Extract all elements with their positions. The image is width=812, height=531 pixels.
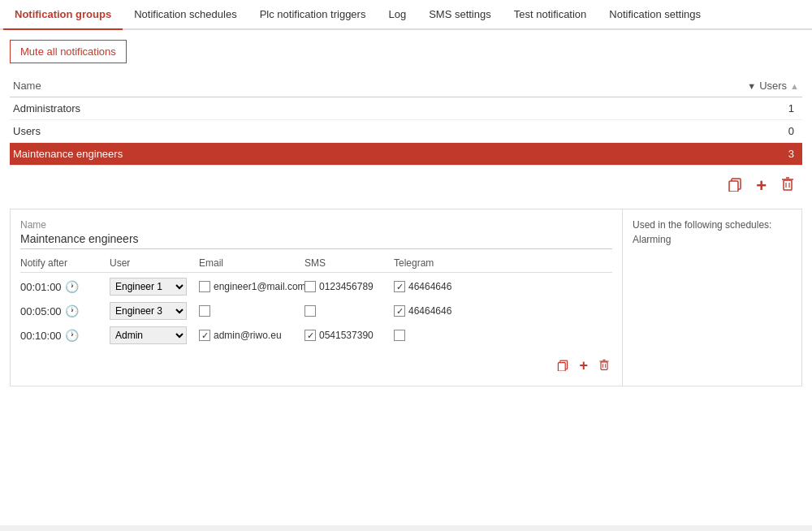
user-dropdown-1[interactable]: Engineer 1 xyxy=(110,278,187,296)
tabs-bar: Notification groups Notification schedul… xyxy=(0,0,812,30)
add-member-button[interactable]: + xyxy=(577,356,590,376)
col-header-users: ▼ Users ▲ xyxy=(747,80,799,92)
email-checkbox-3[interactable] xyxy=(199,330,210,341)
clock-icon-1[interactable]: 🕐 xyxy=(65,280,79,293)
main-content: Mute all notifications Name ▼ Users ▲ Ad… xyxy=(0,30,812,525)
svg-rect-2 xyxy=(784,180,792,190)
row-users-users: 0 xyxy=(750,125,799,137)
table-row[interactable]: Users 0 xyxy=(10,120,802,143)
row-name-administrators: Administrators xyxy=(13,102,750,114)
col-email-header: Email xyxy=(199,257,304,269)
email-cell-2 xyxy=(199,305,304,317)
tab-notification-groups[interactable]: Notification groups xyxy=(3,0,123,30)
telegram-value-2: 46464646 xyxy=(408,305,451,317)
row-name-users: Users xyxy=(13,125,750,137)
sms-cell-1: 0123456789 xyxy=(304,281,394,292)
sms-checkbox-2[interactable] xyxy=(304,305,316,317)
svg-rect-9 xyxy=(601,362,607,370)
clock-icon-3[interactable]: 🕐 xyxy=(65,329,79,342)
svg-rect-1 xyxy=(729,181,738,192)
notify-time-1: 00:01:00 🕐 xyxy=(20,280,110,293)
user-select-3: Admin xyxy=(110,326,199,344)
telegram-checkbox-2[interactable] xyxy=(394,305,405,317)
svg-rect-8 xyxy=(559,363,566,371)
members-action-bar: + xyxy=(20,351,612,376)
tab-log[interactable]: Log xyxy=(377,0,417,30)
user-dropdown-2[interactable]: Engineer 3 xyxy=(110,302,187,320)
table-row-selected[interactable]: Maintenance engineers 3 xyxy=(10,143,802,166)
name-field-label: Name xyxy=(20,219,612,231)
notify-time-2: 00:05:00 🕐 xyxy=(20,304,110,317)
user-dropdown-3[interactable]: Admin xyxy=(110,326,187,344)
telegram-cell-1: 46464646 xyxy=(394,281,483,292)
copy-group-button[interactable] xyxy=(723,172,746,199)
user-select-1: Engineer 1 xyxy=(110,278,199,296)
detail-right-panel: Used in the following schedules: Alarmin… xyxy=(623,209,801,386)
member-row: 00:10:00 🕐 Admin admin@riwo.eu 054153739… xyxy=(20,326,612,344)
member-row: 00:05:00 🕐 Engineer 3 xyxy=(20,302,612,320)
clock-icon-2[interactable]: 🕐 xyxy=(65,304,79,317)
add-group-button[interactable]: + xyxy=(753,172,770,199)
col-users-label: Users xyxy=(759,80,787,92)
email-cell-3: admin@riwo.eu xyxy=(199,330,304,341)
email-cell-1: engineer1@mail.com xyxy=(199,281,304,292)
email-checkbox-2[interactable] xyxy=(199,305,210,317)
top-action-bar: + xyxy=(10,166,802,205)
name-field-value[interactable]: Maintenance engineers xyxy=(20,232,612,249)
col-sms-header: SMS xyxy=(304,257,394,269)
table-row[interactable]: Administrators 1 xyxy=(10,97,802,120)
notify-time-value-2[interactable]: 00:05:00 xyxy=(20,305,62,317)
email-value-3: admin@riwo.eu xyxy=(214,330,282,341)
sms-checkbox-1[interactable] xyxy=(304,281,316,292)
telegram-cell-3 xyxy=(394,330,483,341)
delete-member-button[interactable] xyxy=(596,356,612,376)
col-user-header: User xyxy=(110,257,199,269)
detail-left-panel: Name Maintenance engineers Notify after … xyxy=(11,209,623,386)
detail-panel: Name Maintenance engineers Notify after … xyxy=(10,209,802,386)
tab-test-notification[interactable]: Test notification xyxy=(503,0,598,30)
notify-time-value-1[interactable]: 00:01:00 xyxy=(20,281,62,293)
sort-up-icon[interactable]: ▲ xyxy=(790,81,799,91)
delete-group-button[interactable] xyxy=(776,172,799,199)
col-header-name: Name xyxy=(13,80,747,92)
row-name-maintenance: Maintenance engineers xyxy=(13,148,750,160)
row-users-maintenance: 3 xyxy=(750,148,799,160)
tab-sms-settings[interactable]: SMS settings xyxy=(417,0,503,30)
telegram-checkbox-3[interactable] xyxy=(394,330,405,341)
email-value-1: engineer1@mail.com xyxy=(214,281,306,292)
user-select-2: Engineer 3 xyxy=(110,302,199,320)
sms-checkbox-3[interactable] xyxy=(304,330,316,341)
row-users-administrators: 1 xyxy=(750,102,799,114)
telegram-cell-2: 46464646 xyxy=(394,305,483,317)
notify-time-3: 00:10:00 🕐 xyxy=(20,329,110,342)
sms-value-3: 0541537390 xyxy=(319,330,374,341)
sms-value-1: 0123456789 xyxy=(319,281,374,292)
tab-plc-triggers[interactable]: Plc notification triggers xyxy=(248,0,378,30)
mute-all-button[interactable]: Mute all notifications xyxy=(10,40,127,63)
sort-down-icon[interactable]: ▼ xyxy=(747,81,756,91)
schedules-label: Used in the following schedules: xyxy=(633,219,792,231)
tab-notification-schedules[interactable]: Notification schedules xyxy=(123,0,248,30)
schedule-name: Alarming xyxy=(633,234,792,245)
col-telegram-header: Telegram xyxy=(394,257,483,269)
member-row: 00:01:00 🕐 Engineer 1 engineer1@mail.com… xyxy=(20,278,612,296)
tab-notification-settings[interactable]: Notification settings xyxy=(598,0,712,30)
copy-member-button[interactable] xyxy=(555,356,571,376)
telegram-checkbox-1[interactable] xyxy=(394,281,405,292)
telegram-value-1: 46464646 xyxy=(408,281,451,292)
table-header: Name ▼ Users ▲ xyxy=(10,75,802,97)
sms-cell-2 xyxy=(304,305,394,317)
col-notify-header: Notify after xyxy=(20,257,110,269)
email-checkbox-1[interactable] xyxy=(199,281,210,292)
notify-time-value-3[interactable]: 00:10:00 xyxy=(20,330,62,342)
members-header: Notify after User Email SMS Telegram xyxy=(20,257,612,273)
sms-cell-3: 0541537390 xyxy=(304,330,394,341)
